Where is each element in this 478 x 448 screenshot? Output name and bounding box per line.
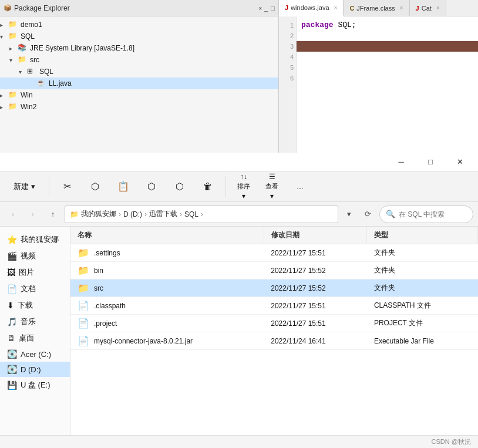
nav-item-icon: 💾 (7, 380, 17, 390)
view-button[interactable]: ☰ 查看 ▾ (260, 170, 284, 203)
file-name-cell: 📁 bin (70, 262, 264, 279)
delete-button[interactable]: 🗑 (196, 179, 220, 194)
maximize-button[interactable]: □ (417, 153, 444, 171)
table-row[interactable]: 📁 src 2022/11/27 15:52文件夹 (70, 279, 478, 297)
editor-tab-windows_java[interactable]: J windows.java × (279, 0, 344, 16)
cut-button[interactable]: ✂ (55, 178, 79, 194)
tree-icon: 📁 (18, 55, 28, 65)
code-editor: J windows.java × C JFrame.class × J Cat … (279, 0, 478, 153)
file-icon: 📁 (78, 265, 89, 276)
pe-tree: ▸📁demo1▾📁SQL▸📚JRE System Library [JavaSE… (0, 16, 278, 153)
tree-icon: 📁 (8, 32, 19, 41)
tab-close-icon[interactable]: × (436, 5, 440, 11)
close-button[interactable]: ✕ (446, 153, 473, 171)
search-icon: 🔍 (386, 210, 395, 218)
sort-button[interactable]: ↑↓ 排序 ▾ (232, 170, 255, 203)
search-input[interactable] (399, 210, 467, 218)
tree-item-jre[interactable]: ▸📚JRE System Library [JavaSE-1.8] (0, 42, 278, 54)
tree-item-src[interactable]: ▾📁src (0, 54, 278, 66)
new-arrow-icon: ▾ (31, 182, 35, 191)
editor-tab-cat[interactable]: J Cat × (410, 0, 446, 16)
punctuation: ; (352, 21, 356, 29)
file-table: 名称修改日期类型 📁 .settings 2022/11/27 15:51文件夹… (70, 227, 478, 350)
editor-tab-jframe_class[interactable]: C JFrame.class × (344, 0, 409, 16)
tree-icon: ☕ (36, 79, 47, 88)
share-button[interactable]: ⬡ (168, 178, 191, 194)
pe-header: 📦 Package Explorer × ⎯ □ (0, 0, 278, 16)
search-box[interactable]: 🔍 (379, 206, 473, 223)
nav-item-pictures[interactable]: 🖼 图片 (0, 264, 70, 281)
rename-button[interactable]: ⬡ (140, 178, 163, 194)
column-header-type[interactable]: 类型 (367, 227, 478, 244)
file-name: bin (94, 267, 103, 275)
nav-item-icon: 💽 (7, 365, 17, 374)
back-button[interactable]: ‹ (5, 206, 21, 223)
tree-item-demo1[interactable]: ▸📁demo1 (0, 19, 278, 31)
column-header-name[interactable]: 名称 (70, 227, 264, 244)
file-table-body: 📁 .settings 2022/11/27 15:51文件夹 📁 bin 20… (70, 244, 478, 350)
rename-icon: ⬡ (147, 181, 156, 192)
new-button[interactable]: 新建 ▾ (6, 177, 43, 196)
new-label: 新建 (14, 181, 29, 192)
refresh-button[interactable]: ⟳ (359, 206, 376, 223)
paste-icon: 📋 (117, 181, 129, 192)
table-row[interactable]: 📁 bin 2022/11/27 15:52文件夹 (70, 262, 478, 279)
code-line (301, 41, 473, 52)
copy-button[interactable]: ⬡ (83, 178, 107, 194)
minimize-button[interactable]: ─ (388, 153, 415, 171)
nav-item-video[interactable]: 🎬 视频 (0, 248, 70, 264)
tree-item-win2[interactable]: ▸📁Win2 (0, 101, 278, 113)
eclipse-panel: 📦 Package Explorer × ⎯ □ ▸📁demo1▾📁SQL▸📚J… (0, 0, 478, 153)
nav-item-label: 桌面 (19, 333, 34, 343)
path-segment[interactable]: 我的狐安娜 (81, 209, 116, 219)
path-segment[interactable]: D (D:) (123, 210, 142, 218)
more-button[interactable]: … (288, 180, 312, 193)
pe-close-icon[interactable]: × (258, 5, 262, 12)
paste-button[interactable]: 📋 (112, 178, 135, 194)
path-dropdown[interactable]: ▾ (342, 206, 356, 223)
path-separator-icon: › (119, 210, 121, 218)
nav-item-desktop[interactable]: 🖥 桌面 (0, 330, 70, 346)
tree-item-sql2[interactable]: ▾⊞SQL (0, 66, 278, 78)
pe-max-icon[interactable]: □ (271, 5, 275, 12)
tree-arrow: ▸ (9, 45, 18, 52)
table-row[interactable]: 📁 .settings 2022/11/27 15:51文件夹 (70, 244, 478, 262)
tab-close-icon[interactable]: × (334, 5, 338, 11)
nav-item-docs[interactable]: 📄 文档 (0, 281, 70, 297)
nav-item-drivee[interactable]: 💾 U 盘 (E:) (0, 377, 70, 393)
tab-close-icon[interactable]: × (400, 5, 403, 11)
nav-item-drivec[interactable]: 💽 Acer (C:) (0, 346, 70, 362)
tree-item-sql[interactable]: ▾📁SQL (0, 31, 278, 42)
tree-icon: ⊞ (27, 67, 38, 76)
file-name-cell: 📄 .classpath (70, 297, 264, 315)
table-row[interactable]: 📄 .project 2022/11/27 15:51PROJECT 文件 (70, 315, 478, 332)
nav-item-woa[interactable]: ⭐ 我的狐安娜 (0, 231, 70, 248)
up-button[interactable]: ↑ (45, 206, 61, 223)
address-path[interactable]: 📁我的狐安娜 › D (D:) › 迅雷下载 › SQL › (65, 206, 338, 223)
path-segment[interactable]: SQL (184, 210, 198, 218)
cut-icon: ✂ (63, 181, 71, 192)
table-row[interactable]: 📄 mysql-connector-java-8.0.21.jar 2022/1… (70, 332, 478, 350)
nav-item-label: 图片 (19, 267, 34, 278)
tree-icon: 📁 (8, 20, 19, 29)
pe-min-icon[interactable]: ⎯ (264, 5, 268, 12)
code-area[interactable]: package SQL; (297, 16, 478, 153)
line-number: 4 (290, 52, 294, 62)
tree-item-lljava[interactable]: ☕LL.java (0, 78, 278, 89)
nav-item-downloads[interactable]: ⬇ 下载 (0, 297, 70, 314)
forward-button[interactable]: › (25, 206, 41, 223)
table-row[interactable]: 📄 .classpath 2022/11/27 15:51CLASSPATH 文… (70, 297, 478, 315)
tree-label: Win (21, 91, 33, 99)
file-name-cell: 📄 mysql-connector-java-8.0.21.jar (70, 332, 264, 350)
nav-item-drived[interactable]: 💽 D (D:) (0, 362, 70, 377)
path-separator-icon: › (180, 210, 182, 218)
delete-icon: 🗑 (203, 181, 213, 192)
view-icon: ☰ (269, 173, 275, 181)
column-header-modified[interactable]: 修改日期 (264, 227, 367, 244)
fe-nav: ⭐ 我的狐安娜 🎬 视频 🖼 图片 📄 文档 ⬇ 下载 🎵 音乐 🖥 桌面 💽 … (0, 227, 70, 435)
line-number: 5 (290, 62, 294, 73)
code-line: package SQL; (301, 20, 473, 31)
nav-item-music[interactable]: 🎵 音乐 (0, 314, 70, 330)
path-segment[interactable]: 迅雷下载 (149, 209, 177, 219)
tree-item-win[interactable]: ▸📁Win (0, 89, 278, 101)
